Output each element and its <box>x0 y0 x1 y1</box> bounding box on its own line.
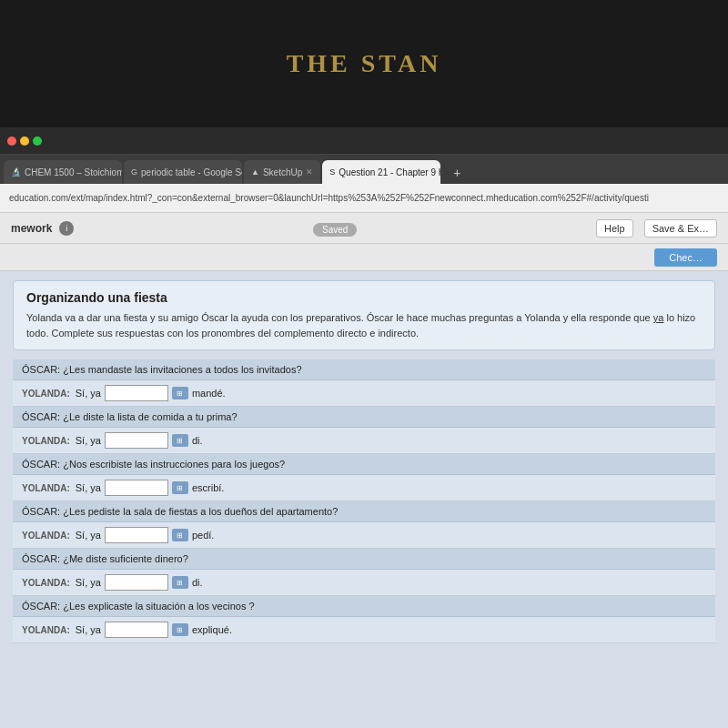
oscar-row-1: ÓSCAR: ¿Les mandaste las invitaciones a … <box>13 359 715 380</box>
help-button[interactable]: Help <box>596 219 633 238</box>
tab-periodic-label: periodic table - Google Sea… <box>141 167 242 177</box>
app-toolbar: mework i Saved Help Save & Ex… <box>0 213 728 244</box>
address-text: education.com/ext/map/index.html?_con=co… <box>9 193 649 203</box>
question-tab-icon: S <box>329 167 335 177</box>
oscar-label-3: ÓSCAR: ¿Nos escribiste las instrucciones… <box>22 459 285 470</box>
yolanda-prefix-3: Sí, ya <box>76 482 101 493</box>
save-exit-button[interactable]: Save & Ex… <box>644 219 717 238</box>
hint-icon-5[interactable]: ⊞ <box>172 576 188 589</box>
yolanda-row-3: YOLANDA: Sí, ya ⊞ escribí. <box>13 475 715 501</box>
yolanda-suffix-3: escribí. <box>192 482 224 493</box>
chem-tab-icon: 🔬 <box>11 167 21 177</box>
tab-bar: 🔬 CHEM 1500 – Stoichiometry ✕ G periodic… <box>0 155 728 184</box>
yolanda-suffix-2: di. <box>192 435 203 446</box>
answer-input-3[interactable] <box>105 480 168 496</box>
tab-sketchup[interactable]: ▲ SketchUp ✕ <box>244 160 320 184</box>
oscar-label-4: ÓSCAR: ¿Les pediste la sala de fiestas a… <box>22 506 338 517</box>
toolbar-right: Help Save & Ex… <box>596 219 717 238</box>
tab-question-label: Question 21 - Chapter 9 Ho… <box>339 167 440 177</box>
yolanda-prefix-6: Sí, ya <box>76 624 101 635</box>
card-title: Organizando una fiesta <box>26 290 702 305</box>
hint-icon-4[interactable]: ⊞ <box>172 529 188 541</box>
answer-input-2[interactable] <box>105 432 168 449</box>
yolanda-row-5: YOLANDA: Sí, ya ⊞ di. <box>13 570 715 596</box>
tab-periodic[interactable]: G periodic table - Google Sea… ✕ <box>124 160 242 184</box>
yolanda-label-3: YOLANDA: <box>22 483 70 493</box>
close-window-icon[interactable] <box>7 136 16 146</box>
browser-chrome <box>0 127 728 155</box>
yolanda-label-5: YOLANDA: <box>22 578 70 588</box>
yolanda-suffix-5: di. <box>192 577 203 588</box>
oscar-row-4: ÓSCAR: ¿Les pediste la sala de fiestas a… <box>13 501 715 522</box>
oscar-label-6: ÓSCAR: ¿Les explicaste la situación a lo… <box>22 601 255 612</box>
address-bar: education.com/ext/map/index.html?_con=co… <box>0 184 728 213</box>
yolanda-prefix-2: Sí, ya <box>76 435 101 446</box>
tab-question[interactable]: S Question 21 - Chapter 9 Ho… ✕ <box>322 160 440 184</box>
new-tab-button[interactable]: + <box>446 162 468 184</box>
yolanda-suffix-1: mandé. <box>192 388 226 399</box>
qa-section: ÓSCAR: ¿Les mandaste las invitaciones a … <box>13 359 715 643</box>
minimize-window-icon[interactable] <box>20 136 29 146</box>
yolanda-prefix-4: Sí, ya <box>76 530 101 541</box>
yolanda-row-2: YOLANDA: Sí, ya ⊞ di. <box>13 428 715 454</box>
oscar-row-5: ÓSCAR: ¿Me diste suficiente dinero? <box>13 549 715 570</box>
hint-icon-2[interactable]: ⊞ <box>172 434 188 447</box>
newspaper-logo: THE STAN <box>287 49 442 78</box>
hint-icon-1[interactable]: ⊞ <box>172 387 188 399</box>
toolbar-left: mework i <box>11 221 74 236</box>
tab-chem[interactable]: 🔬 CHEM 1500 – Stoichiometry ✕ <box>4 160 122 184</box>
yolanda-label-2: YOLANDA: <box>22 436 70 446</box>
yolanda-row-1: YOLANDA: Sí, ya ⊞ mandé. <box>13 380 715 407</box>
info-icon[interactable]: i <box>59 221 74 236</box>
maximize-window-icon[interactable] <box>33 136 42 146</box>
yolanda-prefix-1: Sí, ya <box>76 388 101 399</box>
check-button[interactable]: Chec… <box>654 248 717 267</box>
saved-badge: Saved <box>313 220 357 237</box>
content-card: Organizando una fiesta Yolanda va a dar … <box>13 280 715 350</box>
check-area: Chec… <box>0 244 728 271</box>
oscar-row-6: ÓSCAR: ¿Les explicaste la situación a lo… <box>13 596 715 617</box>
hint-icon-6[interactable]: ⊞ <box>172 623 188 636</box>
sketchup-tab-icon: ▲ <box>251 167 259 177</box>
top-bar: THE STAN <box>0 0 728 127</box>
oscar-label-5: ÓSCAR: ¿Me diste suficiente dinero? <box>22 553 188 564</box>
yolanda-prefix-5: Sí, ya <box>76 577 101 588</box>
yolanda-label-4: YOLANDA: <box>22 531 70 541</box>
oscar-row-3: ÓSCAR: ¿Nos escribiste las instrucciones… <box>13 454 715 475</box>
yolanda-row-4: YOLANDA: Sí, ya ⊞ pedí. <box>13 522 715 549</box>
yolanda-label-1: YOLANDA: <box>22 389 70 399</box>
oscar-label-1: ÓSCAR: ¿Les mandaste las invitaciones a … <box>22 364 302 375</box>
hint-icon-3[interactable]: ⊞ <box>172 481 188 494</box>
answer-input-6[interactable] <box>105 622 168 638</box>
yolanda-suffix-6: expliqué. <box>192 624 232 635</box>
tab-chem-label: CHEM 1500 – Stoichiometry <box>25 167 122 177</box>
oscar-row-2: ÓSCAR: ¿Le diste la lista de comida a tu… <box>13 407 715 428</box>
yolanda-label-6: YOLANDA: <box>22 625 70 635</box>
periodic-tab-icon: G <box>131 167 137 177</box>
answer-input-5[interactable] <box>105 574 168 591</box>
oscar-label-2: ÓSCAR: ¿Le diste la lista de comida a tu… <box>22 411 238 422</box>
yolanda-row-6: YOLANDA: Sí, ya ⊞ expliqué. <box>13 617 715 643</box>
tab-sketchup-label: SketchUp <box>263 167 302 177</box>
card-description: Yolanda va a dar una fiesta y su amigo Ó… <box>26 310 702 340</box>
yolanda-suffix-4: pedí. <box>192 530 214 541</box>
main-content: Organizando una fiesta Yolanda va a dar … <box>0 271 728 728</box>
answer-input-1[interactable] <box>105 385 168 401</box>
answer-input-4[interactable] <box>105 527 168 543</box>
homework-label: mework <box>11 222 52 235</box>
tab-sketchup-close[interactable]: ✕ <box>306 167 313 177</box>
